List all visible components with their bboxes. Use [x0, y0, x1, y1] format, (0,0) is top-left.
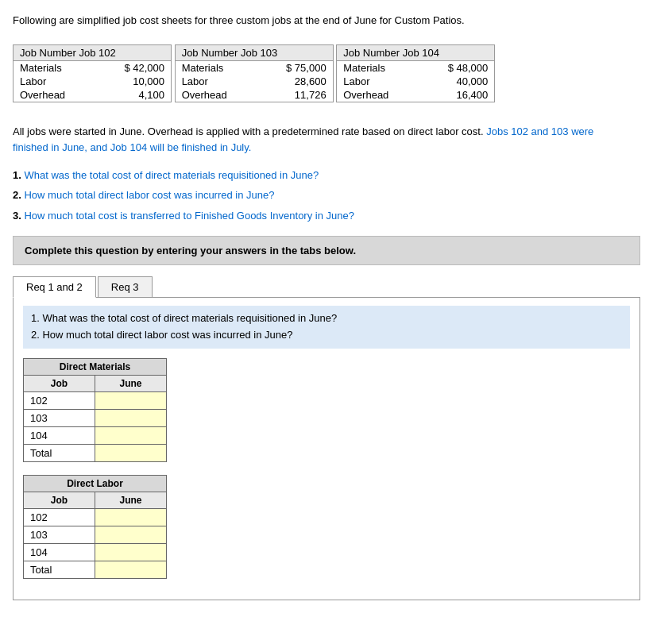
- direct-materials-table: Direct Materials Job June 102 103 104 To…: [23, 358, 167, 462]
- tab1-question-2: 2. How much total direct labor cost was …: [31, 327, 622, 344]
- job-103-overhead-value: 11,726: [257, 88, 332, 102]
- dl-job-102-cell[interactable]: [95, 508, 167, 526]
- job-tables-container: Job Number Job 102 Materials $ 42,000 La…: [13, 38, 640, 113]
- dl-col-job-header: Job: [24, 492, 95, 508]
- job-102-labor-label: Labor: [14, 75, 96, 88]
- complete-instruction-text: Complete this question by entering your …: [25, 245, 356, 256]
- job-103-title: Job Number Job 103: [176, 45, 333, 61]
- dm-total-label: Total: [24, 444, 95, 461]
- tab1-question-1: 1. What was the total cost of direct mat…: [31, 310, 622, 327]
- job-102-overhead-label: Overhead: [14, 88, 96, 102]
- dl-total-cell[interactable]: [95, 561, 167, 578]
- question-2: 2. How much total direct labor cost was …: [13, 186, 640, 204]
- dl-job-102-label: 102: [24, 508, 95, 526]
- dl-job-104-cell[interactable]: [95, 543, 167, 561]
- job-102-title: Job Number Job 102: [14, 45, 171, 61]
- dl-job-103-label: 103: [24, 526, 95, 543]
- dm-job-102-cell[interactable]: [95, 391, 167, 409]
- dm-row-102: 102: [24, 391, 167, 409]
- job-104-title: Job Number Job 104: [337, 45, 494, 61]
- description-text: All jobs were started in June. Overhead …: [13, 124, 640, 157]
- job-102-materials-label: Materials: [14, 60, 96, 75]
- job-104-materials-label: Materials: [337, 60, 419, 75]
- job-103-table: Job Number Job 103 Materials $ 75,000 La…: [175, 44, 334, 102]
- dl-row-103: 103: [24, 526, 167, 543]
- complete-instruction-box: Complete this question by entering your …: [13, 236, 640, 265]
- tabs-row: Req 1 and 2 Req 3: [13, 276, 640, 298]
- question-1: 1. What was the total cost of direct mat…: [13, 166, 640, 184]
- job-103-labor-value: 28,600: [257, 75, 332, 88]
- tab1-questions-box: 1. What was the total cost of direct mat…: [23, 306, 630, 349]
- dm-job-103-label: 103: [24, 409, 95, 426]
- job-102-labor-value: 10,000: [96, 75, 171, 88]
- description-line1: All jobs were started in June. Overhead …: [13, 125, 593, 137]
- dl-job-104-label: 104: [24, 543, 95, 561]
- job-104-table: Job Number Job 104 Materials $ 48,000 La…: [336, 44, 495, 102]
- dm-row-104: 104: [24, 426, 167, 444]
- tab-req-1-and-2[interactable]: Req 1 and 2: [13, 276, 96, 298]
- direct-labor-header: Direct Labor: [24, 475, 167, 492]
- job-104-overhead-value: 16,400: [419, 88, 494, 102]
- job-103-materials-label: Materials: [176, 60, 258, 75]
- dl-job-103-cell[interactable]: [95, 526, 167, 543]
- dl-row-total: Total: [24, 561, 167, 578]
- job-104-materials-value: $ 48,000: [419, 60, 494, 75]
- tab-req-3[interactable]: Req 3: [98, 276, 153, 297]
- dm-col-job-header: Job: [24, 375, 95, 391]
- dl-job-102-input[interactable]: [99, 511, 162, 523]
- direct-labor-table: Direct Labor Job June 102 103 104 Total: [23, 475, 167, 579]
- dl-row-104: 104: [24, 543, 167, 561]
- dl-total-label: Total: [24, 561, 95, 578]
- dm-row-103: 103: [24, 409, 167, 426]
- job-104-labor-value: 40,000: [419, 75, 494, 88]
- dm-job-102-input[interactable]: [99, 394, 162, 407]
- questions-section: 1. What was the total cost of direct mat…: [13, 166, 640, 225]
- dl-job-103-input[interactable]: [99, 528, 162, 541]
- dm-job-103-input[interactable]: [99, 411, 162, 424]
- dm-row-total: Total: [24, 444, 167, 461]
- dl-total-input[interactable]: [99, 563, 162, 576]
- dm-job-104-label: 104: [24, 426, 95, 444]
- job-104-labor-label: Labor: [337, 75, 419, 88]
- dm-job-104-input[interactable]: [99, 429, 162, 442]
- job-102-overhead-value: 4,100: [96, 88, 171, 102]
- tabs-container: Req 1 and 2 Req 3 1. What was the total …: [13, 276, 640, 600]
- dl-col-june-header: June: [95, 492, 167, 508]
- dm-total-cell[interactable]: [95, 444, 167, 461]
- dl-row-102: 102: [24, 508, 167, 526]
- tab-1-content: 1. What was the total cost of direct mat…: [13, 298, 640, 600]
- intro-text: Following are simplified job cost sheets…: [13, 13, 640, 29]
- dm-job-103-cell[interactable]: [95, 409, 167, 426]
- job-104-overhead-label: Overhead: [337, 88, 419, 102]
- job-102-materials-value: $ 42,000: [96, 60, 171, 75]
- dm-col-june-header: June: [95, 375, 167, 391]
- direct-materials-header: Direct Materials: [24, 358, 167, 375]
- dm-total-input[interactable]: [99, 446, 162, 459]
- dl-job-104-input[interactable]: [99, 546, 162, 558]
- question-3: 3. How much total cost is transferred to…: [13, 206, 640, 225]
- job-102-table: Job Number Job 102 Materials $ 42,000 La…: [13, 44, 172, 102]
- job-103-materials-value: $ 75,000: [257, 60, 332, 75]
- job-103-overhead-label: Overhead: [176, 88, 258, 102]
- dm-job-102-label: 102: [24, 391, 95, 409]
- job-103-labor-label: Labor: [176, 75, 258, 88]
- dm-job-104-cell[interactable]: [95, 426, 167, 444]
- description-line2: finished in June, and Job 104 will be fi…: [13, 141, 251, 153]
